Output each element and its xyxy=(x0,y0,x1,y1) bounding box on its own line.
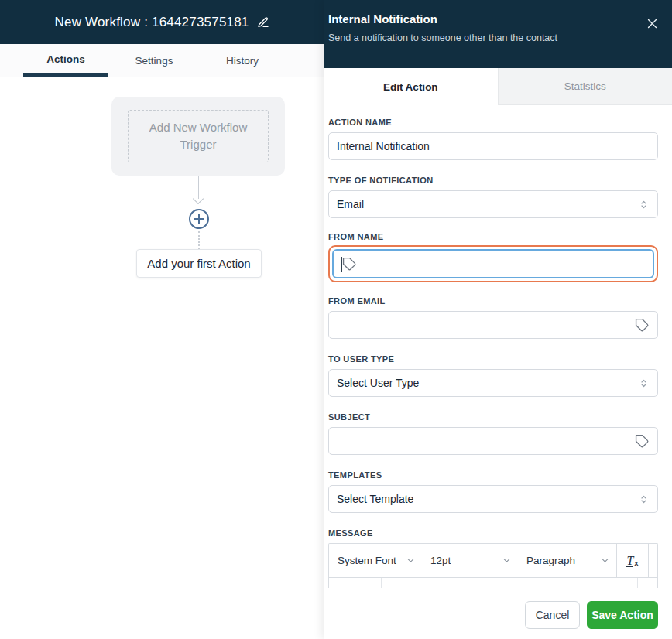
notification-type-label: TYPE OF NOTIFICATION xyxy=(328,176,658,185)
connector-dotted-line xyxy=(198,231,200,249)
paragraph-style-value: Paragraph xyxy=(526,555,575,566)
workflow-title: New Workflow : 1644273575181 xyxy=(55,15,249,30)
workflow-canvas: Add New Workflow Trigger Add your first … xyxy=(0,77,324,639)
clear-formatting-glyph: T xyxy=(626,555,633,567)
add-trigger-label: Add New Workflow Trigger xyxy=(139,119,257,153)
arrow-down-icon xyxy=(193,193,204,204)
first-action-hint[interactable]: Add your first Action xyxy=(136,249,262,278)
tab-actions[interactable]: Actions xyxy=(23,44,108,77)
clear-formatting-icon[interactable]: T x xyxy=(617,554,648,567)
font-family-dropdown[interactable]: System Font xyxy=(329,555,422,566)
from-name-label: FROM NAME xyxy=(328,232,658,241)
first-action-hint-label: Add your first Action xyxy=(147,257,250,270)
font-size-dropdown[interactable]: 12pt xyxy=(422,555,518,566)
pencil-icon[interactable] xyxy=(257,16,269,29)
tag-icon[interactable] xyxy=(342,257,357,272)
from-email-input[interactable] xyxy=(328,311,658,339)
tab-settings[interactable]: Settings xyxy=(111,44,197,77)
workspace-tab-bar: Actions Settings History xyxy=(0,44,324,77)
notification-type-value: Email xyxy=(337,198,638,210)
tab-edit-action-label: Edit Action xyxy=(383,81,438,93)
from-name-highlight xyxy=(328,245,658,282)
panel-footer: Cancel Save Action xyxy=(324,591,672,639)
to-user-type-label: TO USER TYPE xyxy=(328,354,658,364)
action-name-label: ACTION NAME xyxy=(328,118,658,127)
close-icon[interactable] xyxy=(644,15,660,31)
workflow-header: New Workflow : 1644273575181 xyxy=(0,0,324,44)
to-user-type-value: Select User Type xyxy=(337,377,638,389)
up-down-chevrons-icon xyxy=(638,494,650,505)
subject-input[interactable] xyxy=(328,427,658,455)
tab-history-label: History xyxy=(226,55,259,67)
panel-header: Internal Notification Send a notificatio… xyxy=(324,0,672,68)
tag-icon[interactable] xyxy=(635,318,650,333)
toolbar-row-2-clipped xyxy=(329,578,657,588)
to-user-type-select[interactable]: Select User Type xyxy=(328,369,658,397)
tag-icon[interactable] xyxy=(635,434,650,449)
tab-statistics[interactable]: Statistics xyxy=(498,68,672,105)
from-name-input[interactable] xyxy=(332,249,654,278)
panel-title: Internal Notification xyxy=(328,12,658,26)
tab-statistics-label: Statistics xyxy=(564,80,606,92)
subject-label: SUBJECT xyxy=(328,412,658,422)
save-action-button[interactable]: Save Action xyxy=(587,601,658,629)
add-trigger-button[interactable]: Add New Workflow Trigger xyxy=(128,110,269,162)
edit-action-form: ACTION NAME Internal Notification TYPE O… xyxy=(324,105,672,588)
templates-select[interactable]: Select Template xyxy=(328,485,658,513)
panel-tab-bar: Edit Action Statistics xyxy=(324,68,672,105)
clear-formatting-sub: x xyxy=(634,559,638,567)
cancel-button[interactable]: Cancel xyxy=(525,601,580,629)
plus-circle-icon[interactable] xyxy=(189,209,209,229)
panel-subtitle: Send a notification to someone other tha… xyxy=(328,32,658,43)
tab-edit-action[interactable]: Edit Action xyxy=(324,68,498,105)
trigger-card: Add New Workflow Trigger xyxy=(111,97,285,176)
up-down-chevrons-icon xyxy=(638,378,650,389)
paragraph-style-dropdown[interactable]: Paragraph xyxy=(518,555,616,566)
templates-value: Select Template xyxy=(337,493,638,505)
templates-label: TEMPLATES xyxy=(328,470,658,480)
action-name-value: Internal Notification xyxy=(337,140,650,152)
font-size-value: 12pt xyxy=(430,555,451,566)
tab-settings-label: Settings xyxy=(135,55,173,67)
from-email-label: FROM EMAIL xyxy=(328,296,658,306)
tab-history[interactable]: History xyxy=(200,44,285,77)
chevron-down-icon xyxy=(502,555,512,566)
toolbar-row-1: System Font 12pt Paragraph T x xyxy=(329,544,657,578)
action-name-input[interactable]: Internal Notification xyxy=(328,132,658,160)
toolbar-divider xyxy=(648,544,649,578)
notification-type-select[interactable]: Email xyxy=(328,190,658,218)
internal-notification-panel: Internal Notification Send a notificatio… xyxy=(324,0,672,639)
chevron-down-icon xyxy=(600,555,610,566)
chevron-down-icon xyxy=(406,555,416,566)
workflow-editor-app: New Workflow : 1644273575181 Actions Set… xyxy=(0,0,672,639)
tab-actions-label: Actions xyxy=(46,53,85,65)
font-family-value: System Font xyxy=(338,555,396,566)
up-down-chevrons-icon xyxy=(638,199,650,210)
message-editor-toolbar: System Font 12pt Paragraph T x xyxy=(328,543,658,588)
workflow-workspace: New Workflow : 1644273575181 Actions Set… xyxy=(0,0,324,639)
message-label: MESSAGE xyxy=(328,528,658,538)
